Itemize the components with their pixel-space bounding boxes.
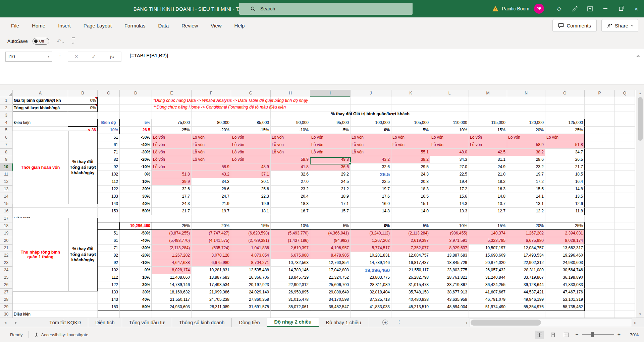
row-header-14[interactable]: 14 (0, 193, 13, 200)
cell-I22[interactable]: 8,478,905 (310, 252, 351, 259)
cell-L21[interactable]: 8,929,637 (430, 245, 469, 252)
cell-L28[interactable]: 43,635,958 (430, 296, 469, 303)
ribbon-tab-page-layout[interactable]: Page Layout (77, 17, 118, 33)
cell-Q30[interactable] (615, 311, 635, 318)
cell-J6[interactable]: Lỗ vốn (351, 134, 391, 141)
cell-J19[interactable]: (3,240,112) (351, 230, 391, 237)
cell-Q26[interactable] (615, 281, 635, 289)
cell-D22[interactable]: -20% (120, 252, 152, 259)
cell-F18[interactable]: -20% (192, 222, 231, 230)
cell-P6[interactable] (585, 134, 615, 141)
cell-H10[interactable]: 41.8 (271, 163, 310, 171)
cell-L11[interactable]: 22.5 (430, 171, 469, 178)
cell-H12[interactable]: 27.0 (271, 178, 310, 186)
cell-D2[interactable] (120, 105, 152, 112)
cell-P19[interactable] (585, 230, 615, 237)
cell-N4[interactable]: 120,000 (507, 119, 545, 127)
add-sheet-button[interactable]: + (382, 320, 388, 325)
cell-N13[interactable]: 15.5 (507, 186, 545, 193)
cell-B2[interactable]: 0% (68, 105, 98, 112)
cell-B1[interactable]: 0% (68, 97, 98, 105)
merged-cell-net-income-label[interactable]: Thu nhập ròng bình quân 1 tháng (13, 218, 68, 291)
cell-M24[interactable]: 26,057,432 (469, 267, 507, 274)
cell-H24[interactable]: 14,789,146 (271, 267, 310, 274)
cell-H5[interactable]: -10% (271, 127, 310, 134)
cell-E5[interactable]: -25% (152, 127, 192, 134)
cell-O14[interactable]: 13.5 (545, 193, 585, 200)
cell-Q11[interactable] (615, 171, 635, 178)
cell-C2[interactable] (98, 105, 120, 112)
cell-D18[interactable]: 19,296,460 (120, 222, 152, 230)
cell-G5[interactable]: -15% (231, 127, 271, 134)
cell-J16[interactable]: 14.8 (351, 208, 391, 215)
cell-J25[interactable]: 23,803,775 (351, 274, 391, 281)
row-header-19[interactable]: 19 (0, 230, 13, 237)
cell-I11[interactable]: 29.2 (310, 171, 351, 178)
cell-H8[interactable]: Lỗ vốn (271, 149, 310, 156)
cell-J11[interactable]: 26.5 (351, 171, 391, 178)
cell-I25[interactable]: 21,324,752 (310, 274, 351, 281)
cell-P7[interactable] (585, 141, 615, 149)
merged-cell-payback-label[interactable]: Thời gian hoàn vốn (13, 131, 68, 204)
cell-N17[interactable] (507, 215, 545, 222)
cell-E14[interactable]: 27.7 (152, 193, 192, 200)
cell-N18[interactable]: 20% (507, 222, 545, 230)
cell-P1[interactable] (585, 97, 615, 105)
cell-M3[interactable] (469, 112, 507, 119)
cell-P27[interactable] (585, 289, 615, 296)
cell-J20[interactable]: 1,267,202 (351, 237, 391, 245)
cell-Q25[interactable] (615, 274, 635, 281)
hscroll-left-icon[interactable]: ◂ (463, 321, 470, 325)
avatar[interactable]: PB (534, 4, 544, 14)
cell-M16[interactable]: 12.7 (469, 208, 507, 215)
cell-M25[interactable]: 31,240,844 (469, 274, 507, 281)
cell-F23[interactable]: 6,675,980 (192, 259, 231, 267)
cell-N20[interactable]: 6,675,980 (507, 237, 545, 245)
cell-F17[interactable] (192, 215, 231, 222)
cell-E27[interactable]: 18,169,632 (152, 289, 192, 296)
cell-P4[interactable] (585, 119, 615, 127)
row-header-15[interactable]: 15 (0, 200, 13, 208)
cell-J18[interactable]: 0% (351, 222, 391, 230)
cell-D13[interactable]: 20% (120, 186, 152, 193)
cell-F6[interactable]: Lỗ vốn (192, 134, 231, 141)
cell-J17[interactable] (351, 215, 391, 222)
cell-Q1[interactable] (615, 97, 635, 105)
cell-I21[interactable]: 4,196,957 (310, 245, 351, 252)
cell-L19[interactable]: (986,455) (430, 230, 469, 237)
cell-G22[interactable]: 4,873,054 (231, 252, 271, 259)
cell-G15[interactable]: 19.9 (231, 200, 271, 208)
cell-F7[interactable]: Lỗ vốn (192, 141, 231, 149)
sheet-tab-thông-số-kinh-doanh[interactable]: Thông số kinh doanh (172, 318, 232, 327)
cell-C4[interactable]: Biên độ (98, 119, 120, 127)
warning-icon[interactable]: ! (492, 6, 498, 11)
cell-M20[interactable]: 5,323,785 (469, 237, 507, 245)
cell-A29[interactable] (13, 303, 68, 311)
cell-H6[interactable]: Lỗ vốn (271, 134, 310, 141)
cell-E17[interactable] (152, 215, 192, 222)
cell-K15[interactable]: 15.1 (391, 200, 430, 208)
sheet-tab-tóm-tắt-kqkd[interactable]: Tóm tắt KQKD (42, 318, 88, 327)
cell-D14[interactable]: 30% (120, 193, 152, 200)
cell-I27[interactable]: 29,888,649 (310, 289, 351, 296)
cell-C10[interactable]: 92 (98, 163, 120, 171)
cell-F16[interactable]: 19.7 (192, 208, 231, 215)
row-header-24[interactable]: 24 (0, 267, 13, 274)
cell-N6[interactable]: Lỗ vốn (507, 134, 545, 141)
cell-P28[interactable] (585, 296, 615, 303)
cell-O22[interactable]: 19,296,460 (545, 252, 585, 259)
cell-H9[interactable]: 58.9 (271, 156, 310, 163)
column-header-P[interactable]: P (585, 90, 615, 97)
cell-M11[interactable]: 21.0 (469, 171, 507, 178)
cell-Q14[interactable] (615, 193, 635, 200)
cell-P5[interactable] (585, 127, 615, 134)
cell-E16[interactable]: 21.7 (152, 208, 192, 215)
view-page-layout-button[interactable] (548, 331, 557, 339)
vertical-scrollbar[interactable]: ▲ ▼ (637, 90, 643, 318)
cell-I17[interactable] (310, 215, 351, 222)
cell-C26[interactable]: 122 (98, 281, 120, 289)
cell-N10[interactable]: 23.2 (507, 163, 545, 171)
cell-Q10[interactable] (615, 163, 635, 171)
cell-D25[interactable]: 10% (120, 274, 152, 281)
cell-I26[interactable]: 25,606,700 (310, 281, 351, 289)
